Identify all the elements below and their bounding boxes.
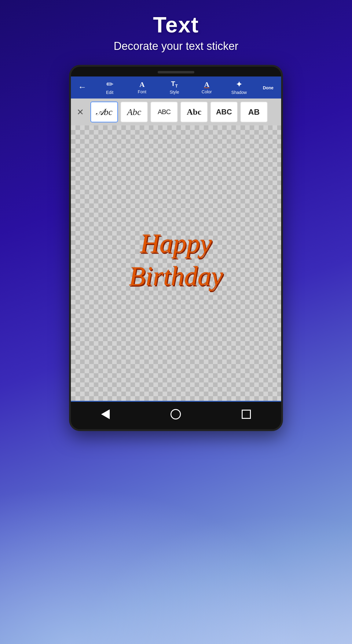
done-button[interactable]: Done bbox=[255, 84, 281, 91]
nav-back-button[interactable] bbox=[94, 407, 117, 424]
font-option-bold-sans[interactable]: ABC bbox=[210, 102, 238, 122]
bottom-nav bbox=[71, 402, 281, 429]
phone-speaker bbox=[158, 71, 194, 73]
color-label: Color bbox=[202, 89, 212, 94]
color-icon: A bbox=[204, 81, 209, 88]
font-label: Font bbox=[138, 89, 146, 94]
font-option-cursive1-text: 𝒜bc bbox=[96, 107, 112, 117]
canvas-text-line2: Birthday bbox=[129, 262, 223, 291]
font-option-cursive1[interactable]: 𝒜bc bbox=[90, 102, 118, 122]
app-subtitle: Decorate your text sticker bbox=[114, 40, 238, 53]
font-option-bold-serif-text: Abc bbox=[187, 107, 201, 117]
style-icon: TT bbox=[171, 80, 178, 88]
font-style-row: ✕ 𝒜bc Abc ABC Abc ABC AB bbox=[71, 99, 281, 125]
canvas-area: Happy Birthday bbox=[71, 125, 281, 401]
toolbar-style[interactable]: TT Style bbox=[158, 79, 191, 95]
edit-label: Edit bbox=[106, 90, 113, 95]
font-options-scroll: 𝒜bc Abc ABC Abc ABC AB bbox=[89, 100, 281, 124]
font-option-partial[interactable]: AB bbox=[240, 102, 268, 122]
close-font-button[interactable]: ✕ bbox=[71, 107, 89, 117]
nav-home-button[interactable] bbox=[163, 407, 188, 424]
shadow-icon: ✦ bbox=[236, 80, 243, 89]
nav-recent-icon bbox=[242, 410, 251, 419]
nav-home-icon bbox=[170, 409, 181, 419]
font-option-plain-text: ABC bbox=[158, 108, 170, 116]
font-option-plain[interactable]: ABC bbox=[150, 102, 178, 122]
font-option-bold-sans-text: ABC bbox=[216, 108, 232, 116]
phone-frame: ← ✏ Edit A Font TT Style A Color ✦ Shado… bbox=[69, 65, 283, 431]
canvas-text-container[interactable]: Happy Birthday bbox=[129, 229, 223, 291]
style-label: Style bbox=[170, 90, 179, 95]
font-option-partial-text: AB bbox=[248, 107, 260, 117]
nav-recent-button[interactable] bbox=[234, 407, 258, 424]
toolbar: ← ✏ Edit A Font TT Style A Color ✦ Shado… bbox=[71, 76, 281, 99]
edit-icon: ✏ bbox=[106, 80, 113, 89]
font-option-cursive2-text: Abc bbox=[127, 107, 141, 117]
canvas-text-line1: Happy bbox=[129, 229, 223, 259]
toolbar-color[interactable]: A Color bbox=[191, 80, 223, 95]
toolbar-edit[interactable]: ✏ Edit bbox=[94, 79, 126, 96]
back-button[interactable]: ← bbox=[71, 82, 94, 93]
toolbar-font[interactable]: A Font bbox=[126, 80, 158, 95]
header-section: Text Decorate your text sticker bbox=[114, 0, 238, 59]
nav-back-icon bbox=[101, 409, 110, 419]
font-icon: A bbox=[139, 81, 145, 88]
app-title: Text bbox=[114, 12, 238, 37]
font-option-cursive2[interactable]: Abc bbox=[120, 102, 148, 122]
shadow-label: Shadow bbox=[231, 90, 247, 95]
done-label: Done bbox=[263, 85, 273, 90]
font-option-bold-serif[interactable]: Abc bbox=[180, 102, 208, 122]
toolbar-shadow[interactable]: ✦ Shadow bbox=[223, 79, 255, 96]
back-icon: ← bbox=[78, 83, 86, 91]
